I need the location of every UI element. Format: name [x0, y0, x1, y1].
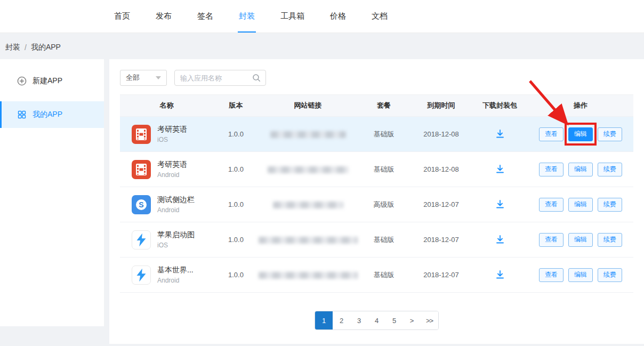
app-name: 苹果启动图 — [157, 230, 195, 240]
app-name: 测试侧边栏 — [157, 195, 195, 205]
app-platform: iOS — [157, 136, 187, 143]
masked-url — [259, 272, 358, 279]
breadcrumb: 封装 / 我的APP — [5, 43, 61, 52]
category-dropdown[interactable]: 全部 — [120, 70, 167, 86]
app-name: 考研英语 — [157, 160, 187, 170]
download-package-button[interactable] — [494, 268, 506, 281]
view-button[interactable]: 查看 — [539, 163, 564, 176]
table-row: 基本世界... Android 1.0.0 基础版 2018-12-07 查看 … — [120, 258, 633, 293]
col-header-url: 网站链接 — [259, 101, 357, 110]
plus-circle-icon — [17, 76, 27, 86]
app-expiry: 2018-12-08 — [410, 165, 472, 173]
app-plan: 高级版 — [357, 200, 410, 210]
edit-button[interactable]: 编辑 — [568, 198, 593, 212]
app-expiry: 2018-12-07 — [410, 200, 472, 208]
app-plan: 基础版 — [357, 165, 410, 174]
breadcrumb-section[interactable]: 封装 — [5, 43, 20, 52]
masked-url — [259, 237, 358, 244]
app-platform: Android — [157, 171, 187, 179]
col-header-plan: 套餐 — [357, 101, 410, 110]
renew-button[interactable]: 续费 — [598, 127, 622, 141]
category-dropdown-value: 全部 — [126, 73, 140, 83]
edit-button[interactable]: 编辑 — [568, 163, 593, 176]
download-icon — [495, 234, 505, 245]
view-button[interactable]: 查看 — [539, 268, 564, 282]
view-button[interactable]: 查看 — [539, 233, 564, 247]
edit-button[interactable]: 编辑 — [568, 268, 593, 282]
app-icon-bolt — [132, 230, 151, 250]
search-icon[interactable] — [252, 73, 261, 83]
page-button-5[interactable]: 5 — [385, 311, 403, 329]
sidebar-item-my-app[interactable]: 我的APP — [0, 101, 104, 128]
nav-item-sign[interactable]: 签名 — [184, 0, 226, 33]
col-header-version: 版本 — [213, 101, 259, 110]
nav-item-price[interactable]: 价格 — [317, 0, 359, 33]
table-header: 名称 版本 网站链接 套餐 到期时间 下载封装包 操作 — [120, 94, 633, 117]
search-input[interactable] — [180, 74, 252, 82]
masked-url — [273, 202, 343, 208]
view-button[interactable]: 查看 — [539, 127, 564, 141]
app-search — [174, 70, 266, 86]
app-version: 1.0.0 — [213, 200, 259, 208]
next-page-button[interactable]: > — [403, 311, 421, 329]
app-expiry: 2018-12-07 — [410, 271, 472, 279]
last-page-button[interactable]: >> — [421, 311, 438, 329]
page-button-4[interactable]: 4 — [368, 311, 385, 329]
app-version: 1.0.0 — [213, 271, 259, 279]
app-version: 1.0.0 — [213, 130, 259, 138]
download-icon — [495, 269, 505, 280]
main-content: 全部 名称 版本 网站链接 套餐 到期时间 下载封装包 操作 — [109, 59, 644, 344]
svg-text:S: S — [139, 200, 143, 209]
pagination: 1 2 3 4 5 > >> — [315, 311, 439, 330]
download-icon — [495, 128, 505, 139]
nav-item-package[interactable]: 封装 — [226, 0, 268, 33]
renew-button[interactable]: 续费 — [598, 163, 622, 176]
renew-button[interactable]: 续费 — [598, 233, 622, 247]
download-icon — [495, 164, 505, 174]
app-platform: Android — [157, 206, 195, 214]
app-plan: 基础版 — [357, 130, 410, 139]
top-nav: 首页 发布 签名 封装 工具箱 价格 文档 — [0, 0, 644, 33]
sidebar-item-new-app[interactable]: 新建APP — [0, 68, 104, 94]
page-button-2[interactable]: 2 — [333, 311, 350, 329]
filter-bar: 全部 — [120, 70, 633, 86]
view-button[interactable]: 查看 — [539, 198, 564, 212]
app-version: 1.0.0 — [213, 236, 259, 244]
sidebar-item-label: 新建APP — [33, 76, 62, 86]
app-icon-film — [132, 125, 151, 144]
renew-button[interactable]: 续费 — [598, 268, 622, 282]
chevron-down-icon — [156, 76, 161, 79]
page-button-1[interactable]: 1 — [315, 311, 333, 329]
app-plan: 基础版 — [357, 270, 410, 280]
edit-button[interactable]: 编辑 — [568, 127, 593, 141]
download-package-button[interactable] — [494, 198, 506, 211]
app-version: 1.0.0 — [213, 165, 259, 173]
renew-button[interactable]: 续费 — [598, 198, 622, 212]
table-row: S 测试侧边栏 Android 1.0.0 高级版 2018-12-07 查看 … — [120, 187, 633, 222]
download-package-button[interactable] — [494, 163, 506, 175]
app-expiry: 2018-12-07 — [410, 236, 472, 244]
nav-item-home[interactable]: 首页 — [101, 0, 143, 33]
app-platform: iOS — [157, 242, 195, 249]
download-package-button[interactable] — [494, 127, 506, 140]
breadcrumb-separator: / — [25, 43, 27, 52]
table-row: 考研英语 Android 1.0.0 基础版 2018-12-08 查看 编辑 … — [120, 152, 633, 187]
breadcrumb-page: 我的APP — [31, 43, 61, 52]
app-name: 基本世界... — [157, 265, 194, 275]
nav-item-publish[interactable]: 发布 — [143, 0, 184, 33]
app-platform: Android — [157, 277, 194, 284]
col-header-download: 下载封装包 — [472, 101, 528, 110]
page-button-3[interactable]: 3 — [350, 311, 368, 329]
table-row: 考研英语 iOS 1.0.0 基础版 2018-12-08 查看 编辑 续费 — [120, 117, 633, 152]
col-header-actions: 操作 — [528, 101, 633, 110]
sidebar: 新建APP 我的APP — [0, 59, 104, 326]
nav-item-toolbox[interactable]: 工具箱 — [268, 0, 317, 33]
masked-url — [270, 131, 346, 138]
app-icon-browser: S — [132, 195, 151, 214]
download-icon — [495, 199, 505, 210]
nav-item-docs[interactable]: 文档 — [359, 0, 400, 33]
sidebar-item-label: 我的APP — [33, 110, 62, 119]
edit-button[interactable]: 编辑 — [568, 233, 593, 247]
download-package-button[interactable] — [494, 233, 506, 246]
app-name: 考研英语 — [157, 125, 187, 134]
